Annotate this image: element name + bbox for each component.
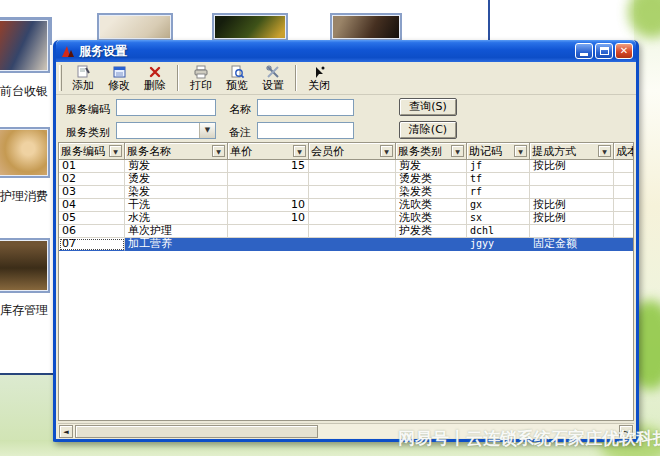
toolbar: 添加 修改 删除 打印	[56, 62, 636, 95]
minimize-button[interactable]	[575, 43, 593, 59]
vertical-divider-line	[488, 0, 490, 42]
toolbar-separator	[177, 65, 179, 91]
print-button-label: 打印	[190, 80, 212, 92]
name-input[interactable]	[257, 99, 354, 116]
table-cell	[614, 225, 634, 238]
table-cell: 按比例	[530, 160, 614, 173]
photo-thumbnail-top-3	[212, 13, 288, 41]
table-cell: 烫发类	[396, 173, 467, 186]
table-header-row: 服务编码▼服务名称▼单价▼会员价▼服务类别▼助记码▼提成方式▼成本▼	[59, 143, 633, 160]
table-cell	[309, 173, 396, 186]
toolbar-grip[interactable]	[59, 65, 62, 91]
table-cell: 水洗	[125, 212, 228, 225]
table-cell: 04	[59, 199, 125, 212]
edit-record-icon	[112, 65, 127, 80]
close-window-button-label: 关闭	[308, 80, 330, 92]
table-cell: 染发	[125, 186, 228, 199]
scrollbar-thumb[interactable]	[75, 425, 318, 438]
table-cell: 剪发	[396, 160, 467, 173]
table-row[interactable]: 01剪发15剪发jf按比例	[59, 160, 633, 173]
table-cell: 10	[228, 212, 309, 225]
print-button[interactable]: 打印	[183, 63, 219, 94]
table-row[interactable]: 05水洗10洗吹类sx按比例	[59, 212, 633, 225]
search-form: 服务编码 服务类别 ▼ 名称 备注 查询(S) 清除(C)	[56, 95, 636, 142]
edit-button[interactable]: 修改	[101, 63, 137, 94]
remark-input[interactable]	[257, 122, 354, 139]
toolbar-separator	[295, 65, 297, 91]
table-cell: 单次护理	[125, 225, 228, 238]
table-cell	[309, 199, 396, 212]
table-cell	[228, 225, 309, 238]
chevron-down-icon[interactable]: ▼	[199, 123, 215, 138]
column-header[interactable]: 单价▼	[228, 143, 309, 160]
table-cell: 按比例	[530, 199, 614, 212]
service-type-value	[117, 123, 199, 138]
column-header[interactable]: 服务编码▼	[59, 143, 125, 160]
photo-thumbnail-cashier	[0, 18, 50, 73]
table-cell: dchl	[467, 225, 530, 238]
settings-button[interactable]: 设置	[255, 63, 291, 94]
table-cell: 15	[228, 160, 309, 173]
service-type-select[interactable]: ▼	[116, 122, 216, 139]
preview-button[interactable]: 预览	[219, 63, 255, 94]
table-cell	[614, 199, 634, 212]
column-header[interactable]: 助记码▼	[467, 143, 530, 160]
service-code-label: 服务编码	[66, 102, 110, 117]
close-button[interactable]: ✕	[615, 43, 633, 59]
preview-button-label: 预览	[226, 80, 248, 92]
close-window-icon	[312, 65, 326, 80]
print-preview-icon	[230, 65, 245, 80]
column-header[interactable]: 提成方式▼	[530, 143, 614, 160]
column-header-label: 服务类别	[398, 144, 442, 159]
delete-record-icon	[148, 65, 162, 80]
filter-dropdown-icon[interactable]: ▼	[514, 145, 527, 157]
table-cell: jf	[467, 160, 530, 173]
table-cell	[614, 212, 634, 225]
add-button[interactable]: 添加	[65, 63, 101, 94]
table-cell: 洗吹类	[396, 212, 467, 225]
table-cell: 护发类	[396, 225, 467, 238]
table-cell: 10	[228, 199, 309, 212]
delete-button[interactable]: 删除	[137, 63, 173, 94]
column-header[interactable]: 服务类别▼	[396, 143, 467, 160]
photo-thumbnail-top-2	[97, 13, 173, 41]
table-row[interactable]: 03染发染发类rf	[59, 186, 633, 199]
table-cell	[309, 238, 396, 251]
app-logo-icon	[61, 45, 75, 58]
filter-dropdown-icon[interactable]: ▼	[293, 145, 306, 157]
column-header-label: 助记码	[469, 144, 502, 159]
close-window-button[interactable]: 关闭	[301, 63, 337, 94]
window-titlebar[interactable]: 服务设置 ✕	[56, 40, 636, 62]
filter-dropdown-icon[interactable]: ▼	[598, 145, 611, 157]
query-button[interactable]: 查询(S)	[399, 98, 457, 116]
maximize-button[interactable]	[595, 43, 613, 59]
table-cell	[228, 238, 309, 251]
column-header[interactable]: 服务名称▼	[125, 143, 228, 160]
filter-dropdown-icon[interactable]: ▼	[212, 145, 225, 157]
table-cell: 按比例	[530, 212, 614, 225]
table-cell	[530, 186, 614, 199]
filter-dropdown-icon[interactable]: ▼	[451, 145, 464, 157]
table-cell: 染发类	[396, 186, 467, 199]
table-row[interactable]: 06单次护理护发类dchl	[59, 225, 633, 238]
filter-dropdown-icon[interactable]: ▼	[380, 145, 393, 157]
green-leaf-decor-top	[628, 0, 660, 38]
table-cell: 洗吹类	[396, 199, 467, 212]
table-cell: 干洗	[125, 199, 228, 212]
column-header[interactable]: 成本▼	[614, 143, 634, 160]
minimize-icon	[580, 53, 588, 56]
column-header[interactable]: 会员价▼	[309, 143, 396, 160]
table-row[interactable]: 04干洗10洗吹类gx按比例	[59, 199, 633, 212]
add-button-label: 添加	[72, 80, 94, 92]
sidebar-item-care: 护理消费	[0, 188, 52, 205]
column-header-label: 成本	[616, 144, 634, 159]
table-cell: 加工营养	[125, 238, 228, 251]
scroll-left-icon[interactable]: ◄	[59, 425, 73, 438]
filter-dropdown-icon[interactable]: ▼	[109, 145, 122, 157]
service-code-input[interactable]	[116, 99, 216, 116]
table-cell	[309, 160, 396, 173]
clear-button[interactable]: 清除(C)	[399, 121, 457, 139]
table-row[interactable]: 02烫发烫发类tf	[59, 173, 633, 186]
table-row[interactable]: 07加工营养jgyy固定金额	[59, 238, 633, 251]
photo-thumbnail-inventory	[0, 238, 50, 293]
